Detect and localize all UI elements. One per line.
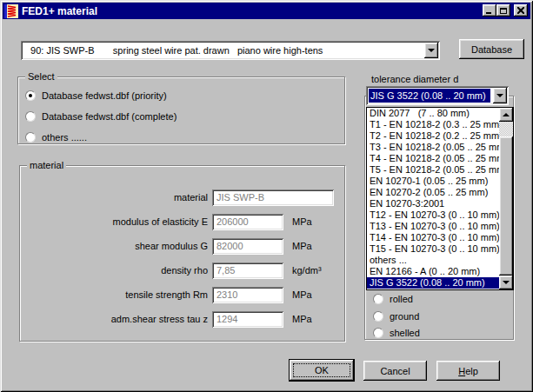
- maximize-icon: [500, 8, 507, 14]
- arrow-up-icon: [503, 113, 510, 116]
- radio-option-db-priority[interactable]: Database fedwst.dbf (priority): [25, 90, 167, 101]
- list-item[interactable]: others ...: [367, 255, 499, 266]
- material-name-field[interactable]: JIS SWP-B: [212, 189, 334, 206]
- tolerance-combobox-arrow[interactable]: [493, 88, 507, 103]
- scroll-down-button[interactable]: [499, 276, 513, 289]
- chevron-down-icon: [428, 49, 435, 52]
- minimize-button[interactable]: [483, 4, 496, 17]
- radio-icon: [25, 90, 36, 101]
- list-item[interactable]: T3 - EN 10218-2 (0.05 .. 25 mm): [367, 142, 499, 153]
- material-group: material material JIS SWP-B modulus of e…: [19, 165, 345, 342]
- radio-icon: [25, 132, 36, 143]
- app-icon: [4, 4, 18, 18]
- unit-label: MPa: [292, 214, 312, 230]
- material-group-title: material: [27, 160, 66, 171]
- unit-label: MPa: [292, 238, 312, 255]
- close-icon: [517, 7, 524, 14]
- list-item[interactable]: T13 - EN 10270-3 (0 .. 10 mm): [367, 221, 499, 232]
- radio-option-shelled[interactable]: shelled: [373, 327, 420, 338]
- list-item[interactable]: EN 12166 - A (0 .. 20 mm): [367, 266, 499, 277]
- titlebar: FED1+ material: [3, 3, 530, 19]
- scroll-up-button[interactable]: [499, 108, 513, 122]
- window-title: FED1+ material: [22, 5, 97, 17]
- minimize-icon: [486, 12, 491, 14]
- list-item-selected[interactable]: JIS G 3522 (0.08 .. 20 mm): [367, 277, 499, 289]
- scrollbar-thumb[interactable]: [499, 136, 513, 276]
- radio-icon: [373, 311, 383, 322]
- cancel-button[interactable]: Cancel: [363, 361, 427, 381]
- list-item[interactable]: T4 - EN 10218-2 (0.05 .. 25 mm): [367, 153, 499, 164]
- list-item[interactable]: T12 - EN 10270-3 (0 .. 10 mm): [367, 209, 499, 221]
- radio-option-others[interactable]: others ......: [25, 131, 87, 143]
- close-button[interactable]: [514, 4, 528, 17]
- density-field[interactable]: 7,85: [212, 262, 283, 279]
- tolerance-combobox-value: JIS G 3522 (0.08 .. 20 mm): [369, 89, 490, 103]
- vertical-scrollbar[interactable]: [499, 108, 513, 289]
- field-label-elasticity: modulus of elasticity E: [27, 214, 208, 230]
- radio-icon: [373, 294, 383, 304]
- list-item[interactable]: T14 - EN 10270-3 (0 .. 10 mm): [367, 232, 499, 243]
- chevron-down-icon: [496, 94, 503, 97]
- list-item[interactable]: EN 10270-3:2001: [367, 198, 499, 209]
- field-label-density: density rho: [27, 262, 208, 279]
- material-combobox-value: 90: JIS SWP-B spring steel wire pat. dra…: [23, 43, 422, 57]
- radio-icon: [25, 111, 36, 122]
- list-item[interactable]: DIN 2077 (7 .. 80 mm): [367, 108, 499, 119]
- unit-label: MPa: [292, 311, 312, 328]
- select-group: Select Database fedwst.dbf (priority) Da…: [17, 76, 345, 144]
- select-group-title: Select: [25, 71, 57, 83]
- dialog-window: FED1+ material 90: JIS SWP-B spring stee…: [0, 0, 533, 392]
- unit-label: kg/dm³: [292, 262, 322, 279]
- unit-label: MPa: [292, 287, 312, 303]
- elasticity-field[interactable]: 206000: [212, 214, 283, 230]
- tolerance-combobox[interactable]: JIS G 3522 (0.08 .. 20 mm): [366, 86, 509, 105]
- list-item[interactable]: T2 - EN 10218-2 (0.2 .. 25 mm): [367, 130, 499, 142]
- radio-option-rolled[interactable]: rolled: [373, 293, 413, 304]
- field-label-tensile-strength: tensile strength Rm: [27, 287, 208, 303]
- ok-button[interactable]: OK: [289, 359, 355, 382]
- radio-option-db-complete[interactable]: Database fedwst.dbf (complete): [25, 110, 177, 122]
- material-combobox[interactable]: 90: JIS SWP-B spring steel wire pat. dra…: [21, 41, 440, 60]
- material-combobox-arrow[interactable]: [424, 43, 438, 58]
- list-item[interactable]: EN 10270-2 (0.05 .. 25 mm): [367, 187, 499, 198]
- maximize-button[interactable]: [496, 4, 510, 17]
- field-label-material: material: [27, 189, 208, 206]
- help-button[interactable]: Help: [436, 361, 500, 381]
- tensile-strength-field[interactable]: 2310: [212, 287, 283, 303]
- arrow-down-icon: [503, 281, 510, 284]
- shear-modulus-field[interactable]: 82000: [212, 238, 283, 255]
- tolerance-dropdown-list: DIN 2077 (7 .. 80 mm) T1 - EN 10218-2 (0…: [366, 107, 514, 290]
- list-item[interactable]: EN 10270-1 (0.05 .. 25 mm): [367, 176, 499, 187]
- list-item[interactable]: T5 - EN 10218-2 (0.05 .. 25 mm): [367, 164, 499, 176]
- database-button[interactable]: Database: [459, 39, 524, 59]
- radio-option-ground[interactable]: ground: [373, 310, 419, 322]
- field-label-shear-stress: adm.shear stress tau z: [27, 311, 208, 328]
- tolerance-diameter-label: tolerance diameter d: [371, 74, 458, 84]
- radio-icon: [373, 328, 383, 338]
- list-item[interactable]: T15 - EN 10270-3 (0 .. 10 mm): [367, 243, 499, 255]
- field-label-shear-modulus: shear modulus G: [27, 238, 208, 255]
- shear-stress-field[interactable]: 1294: [212, 311, 283, 328]
- list-item[interactable]: T1 - EN 10218-2 (0.3 .. 25 mm): [367, 119, 499, 130]
